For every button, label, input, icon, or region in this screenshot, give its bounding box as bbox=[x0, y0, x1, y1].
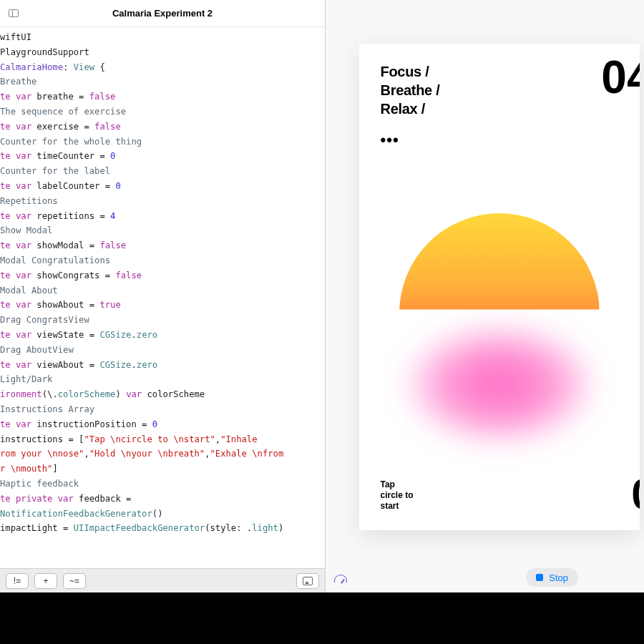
performance-gauge-icon[interactable] bbox=[334, 570, 348, 585]
stop-label: Stop bbox=[549, 572, 568, 583]
result-view-button[interactable] bbox=[296, 573, 319, 589]
code-editor[interactable]: wiftUIPlaygroundSupportCalmariaHome: Vie… bbox=[0, 27, 325, 568]
stop-icon bbox=[536, 574, 543, 581]
app-preview-card[interactable]: Focus / Breathe / Relax / ••• 04 bbox=[359, 44, 640, 530]
breathe-circle[interactable] bbox=[359, 150, 640, 477]
operator-button-tilde-equals[interactable]: ~= bbox=[63, 573, 86, 589]
counter-bottom: 0 bbox=[631, 477, 639, 512]
counter-top: 04 bbox=[601, 59, 639, 96]
document-title: Calmaria Experiment 2 bbox=[33, 8, 292, 19]
editor-header: Calmaria Experiment 2 bbox=[0, 0, 325, 27]
focus-heading: Focus / Breathe / Relax / bbox=[381, 62, 440, 118]
sidebar-toggle-icon[interactable] bbox=[9, 9, 19, 17]
operator-button-notequals[interactable]: != bbox=[6, 573, 29, 589]
more-menu-icon[interactable]: ••• bbox=[381, 131, 440, 150]
image-icon bbox=[303, 577, 313, 585]
operator-button-plus[interactable]: + bbox=[34, 573, 57, 589]
stop-button[interactable]: Stop bbox=[526, 568, 578, 587]
instruction-label: Tap circle to start bbox=[381, 479, 414, 512]
